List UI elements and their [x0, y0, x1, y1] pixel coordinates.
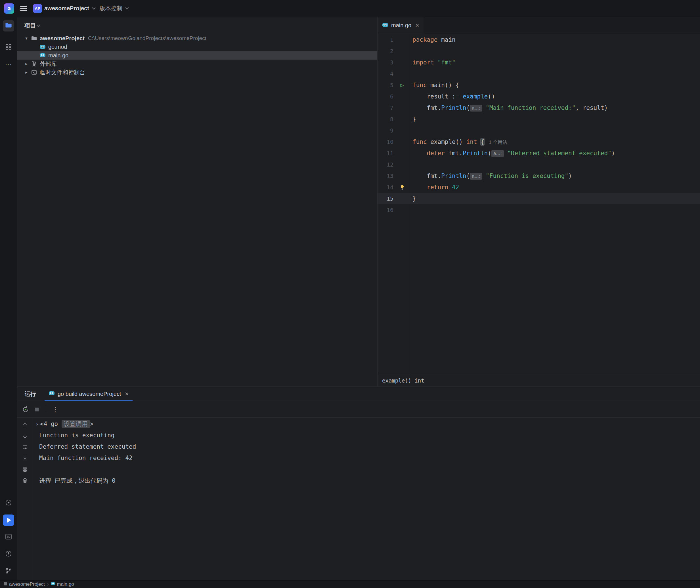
- editor-tab-main-go[interactable]: main.go ×: [378, 17, 424, 34]
- close-run-tab-icon[interactable]: ×: [125, 391, 129, 397]
- command-settings-chip[interactable]: 设置调用: [62, 420, 90, 428]
- tree-item-main-go[interactable]: main.go: [17, 51, 377, 60]
- code-token: ): [611, 150, 615, 157]
- tree-item-scratches-consoles[interactable]: ▸临时文件和控制台: [17, 68, 377, 77]
- code-token: example: [463, 93, 488, 100]
- run-gutter-icon[interactable]: ▷: [393, 79, 411, 91]
- editor-line-10[interactable]: 10func example() int {1 个用法: [378, 136, 700, 148]
- intention-bulb-icon[interactable]: [393, 182, 411, 193]
- rerun-button[interactable]: [22, 406, 30, 413]
- run-tab-go-build[interactable]: go build awesomeProject ×: [45, 387, 133, 401]
- run-panel-title: 运行: [25, 390, 36, 398]
- tool-project-button[interactable]: [3, 20, 14, 31]
- lib-icon: [31, 60, 37, 67]
- expand-command-icon[interactable]: ›: [35, 418, 40, 430]
- line-number: 11: [378, 148, 393, 159]
- editor-line-15[interactable]: 15}: [378, 193, 700, 204]
- run-icon: [7, 518, 11, 523]
- soft-wrap-button[interactable]: [22, 444, 28, 451]
- editor-line-1[interactable]: 1package main: [378, 34, 700, 45]
- tree-item-path: C:\Users\meowr\GolandProjects\awesomePro…: [88, 35, 206, 41]
- chevron-down-icon[interactable]: ▾: [22, 36, 31, 41]
- tree-item-root[interactable]: ▾awesomeProjectC:\Users\meowr\GolandProj…: [17, 34, 377, 43]
- code-token: [477, 138, 481, 145]
- run-tab-label: go build awesomeProject: [58, 391, 121, 397]
- main-menu-button[interactable]: [19, 4, 28, 13]
- chevron-right-icon[interactable]: ▸: [22, 61, 31, 66]
- code-token: defer: [427, 150, 445, 157]
- gutter-spacer: [393, 170, 411, 182]
- vcs-widget[interactable]: 版本控制: [100, 5, 128, 12]
- editor-line-5[interactable]: 5▷func main() {: [378, 79, 700, 91]
- statusbar-project-crumb[interactable]: awesomeProject: [3, 581, 45, 587]
- editor-line-14[interactable]: 14 return 42: [378, 182, 700, 193]
- chevron-down-icon: [125, 6, 129, 10]
- editor-line-2[interactable]: 2: [378, 45, 700, 57]
- tree-item-label: 外部库: [40, 60, 57, 68]
- editor-hint-bar: example() int: [378, 374, 700, 387]
- line-number: 3: [378, 57, 393, 68]
- console-line: ›<4 go 设置调用>: [33, 418, 700, 430]
- code-token: (): [488, 93, 495, 100]
- tree-item-external-libraries[interactable]: ▸外部库: [17, 60, 377, 68]
- chevron-down-icon: [92, 6, 96, 10]
- line-number: 13: [378, 170, 393, 182]
- editor-lines: 1package main23import "fmt"45▷func main(…: [378, 34, 700, 216]
- console-toolbar: [17, 418, 33, 580]
- editor-line-3[interactable]: 3import "fmt": [378, 57, 700, 68]
- code-token: result :=: [412, 93, 463, 100]
- line-number: 8: [378, 114, 393, 125]
- goland-logo-icon[interactable]: G: [4, 3, 14, 14]
- code-editor[interactable]: 1package main23import "fmt"45▷func main(…: [378, 34, 700, 374]
- code-text: func main() {: [411, 79, 459, 91]
- tool-terminal-button[interactable]: [3, 532, 14, 543]
- go-icon: [49, 390, 55, 398]
- code-token: 42: [452, 184, 459, 191]
- scroll-to-end-button[interactable]: [22, 455, 28, 462]
- tool-run-button[interactable]: [3, 515, 14, 526]
- editor-line-16[interactable]: 16: [378, 204, 700, 216]
- more-tool-windows-button[interactable]: ⋯: [3, 59, 14, 70]
- breadcrumb-separator: ›: [47, 581, 49, 587]
- code-token: Println: [441, 104, 466, 111]
- console-output[interactable]: ›<4 go 设置调用>Function is executingDeferre…: [33, 418, 700, 580]
- gutter-spacer: [393, 114, 411, 125]
- run-triangle-icon: ▷: [400, 79, 404, 91]
- tree-item-go-mod[interactable]: go.mod: [17, 43, 377, 51]
- editor-line-13[interactable]: 13 fmt.Println(a…: "Function is executin…: [378, 170, 700, 182]
- more-options-button[interactable]: ⋮: [51, 406, 59, 413]
- prev-occurrence-button[interactable]: [22, 422, 28, 429]
- next-occurrence-button[interactable]: [22, 433, 28, 440]
- gutter-spacer: [393, 57, 411, 68]
- usages-inlay-hint[interactable]: 1 个用法: [489, 140, 507, 145]
- statusbar-file-crumb[interactable]: main.go: [51, 581, 74, 587]
- editor-line-9[interactable]: 9: [378, 125, 700, 136]
- code-token: [448, 184, 452, 191]
- project-panel-header[interactable]: 项目: [17, 17, 377, 34]
- stop-button[interactable]: [33, 406, 41, 413]
- project-tree: ▾awesomeProjectC:\Users\meowr\GolandProj…: [17, 34, 377, 77]
- tool-structure-button[interactable]: [3, 42, 14, 53]
- editor-line-11[interactable]: 11 defer fmt.Println(a…: "Deferred state…: [378, 148, 700, 159]
- print-button[interactable]: [22, 466, 28, 473]
- status-bar: awesomeProject › main.go: [0, 580, 700, 588]
- gutter-spacer: [393, 136, 411, 148]
- clear-console-button[interactable]: [22, 477, 28, 484]
- code-text: result := example(): [411, 91, 495, 102]
- tool-problems-button[interactable]: [3, 549, 14, 560]
- editor-line-6[interactable]: 6 result := example(): [378, 91, 700, 102]
- editor-line-4[interactable]: 4: [378, 68, 700, 79]
- chevron-right-icon[interactable]: ▸: [22, 70, 31, 75]
- tool-vcs-branch-button[interactable]: [3, 566, 14, 577]
- code-token: func: [412, 82, 427, 89]
- text-caret: [417, 196, 417, 202]
- tree-item-label: 临时文件和控制台: [40, 69, 85, 76]
- project-widget[interactable]: AP awesomeProject: [33, 4, 95, 13]
- editor-line-7[interactable]: 7 fmt.Println(a…: "Main function receive…: [378, 102, 700, 114]
- close-tab-icon[interactable]: ×: [415, 22, 419, 29]
- code-token: "Main function received:": [486, 104, 575, 111]
- editor-line-12[interactable]: 12: [378, 159, 700, 170]
- tool-services-button[interactable]: [3, 497, 14, 509]
- editor-line-8[interactable]: 8}: [378, 114, 700, 125]
- code-token: , result): [575, 104, 608, 111]
